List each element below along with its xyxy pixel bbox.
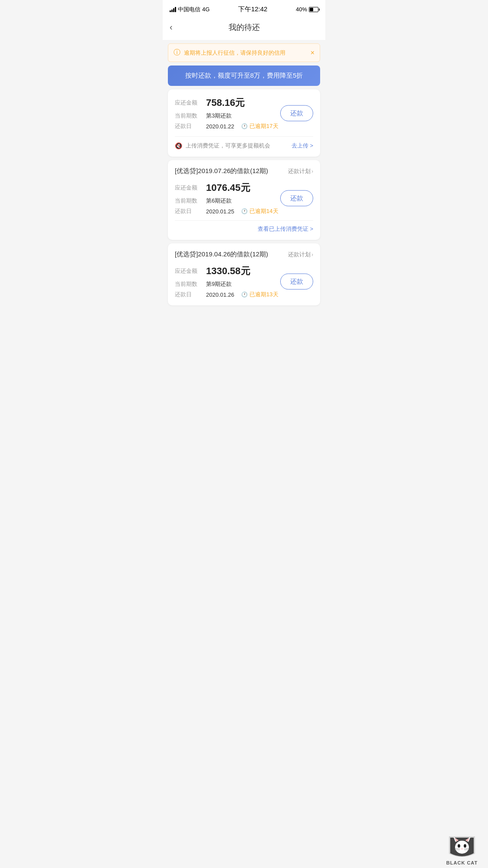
duedate-value-3: 2020.01.26	[206, 292, 234, 298]
period-label-1: 当前期数	[175, 112, 199, 120]
warning-text: 逾期将上报人行征信，请保持良好的信用	[184, 49, 285, 57]
loan-info-2: 应还金额 1076.45元 当前期数 第6期还款 还款 还款日 2020.01.…	[175, 181, 313, 215]
warning-close-button[interactable]: ×	[311, 49, 314, 57]
overdue-badge-2: 🕐 已逾期14天	[241, 207, 278, 215]
promo-text: 按时还款，额度可升至8万，费用降至5折	[185, 72, 303, 79]
overdue-badge-3: 🕐 已逾期13天	[241, 291, 278, 298]
upload-link-1[interactable]: 去上传 >	[291, 142, 313, 150]
amount-value-3: 1330.58元	[206, 265, 250, 278]
loan-card-2: [优选贷]2019.07.26的借款(12期) 还款计划 › 应还金额 1076…	[168, 160, 320, 240]
upload-hint-1: 🔇 上传消费凭证，可享更多提额机会 去上传 >	[175, 136, 313, 150]
clock-icon-1: 🕐	[241, 123, 248, 129]
period-row-1: 当前期数 第3期还款 还款	[175, 112, 313, 120]
page-title: 我的待还	[229, 22, 260, 33]
promo-banner: 按时还款，额度可升至8万，费用降至5折	[168, 66, 320, 86]
back-button[interactable]: ‹	[170, 20, 176, 34]
repay-plan-link-3[interactable]: 还款计划 ›	[288, 251, 313, 259]
amount-value-2: 1076.45元	[206, 181, 250, 194]
carrier-label: 中国电信	[178, 6, 200, 13]
period-value-3: 第9期还款	[206, 280, 232, 288]
amount-label-2: 应还金额	[175, 184, 199, 192]
duedate-label-2: 还款日	[175, 207, 199, 215]
period-label-3: 当前期数	[175, 280, 199, 288]
network-label: 4G	[202, 6, 210, 13]
duedate-label-1: 还款日	[175, 122, 199, 130]
loan-info-3: 应还金额 1330.58元 当前期数 第9期还款 还款 还款日 2020.01.…	[175, 265, 313, 298]
duedate-value-2: 2020.01.25	[206, 208, 234, 215]
duedate-row-3: 还款日 2020.01.26 🕐 已逾期13天	[175, 291, 313, 298]
loan-card-1: 应还金额 758.16元 当前期数 第3期还款 还款 还款日 2020.01.2…	[168, 89, 320, 157]
duedate-row-2: 还款日 2020.01.25 🕐 已逾期14天	[175, 207, 313, 215]
loan-header-2: [优选贷]2019.07.26的借款(12期) 还款计划 ›	[175, 167, 313, 175]
loan-title-3: [优选贷]2019.04.26的借款(12期)	[175, 250, 268, 259]
period-value-1: 第3期还款	[206, 112, 232, 120]
battery-icon	[309, 7, 318, 12]
period-label-2: 当前期数	[175, 197, 199, 205]
upload-hint-text-1: 上传消费凭证，可享更多提额机会	[186, 142, 270, 150]
repay-button-1[interactable]: 还款	[280, 105, 313, 121]
overdue-text-2: 已逾期14天	[249, 207, 278, 215]
upload-hint-left-1: 🔇 上传消费凭证，可享更多提额机会	[175, 142, 270, 150]
amount-label-3: 应还金额	[175, 267, 199, 275]
status-bar: 中国电信 4G 下午12:42 40%	[163, 0, 325, 16]
status-left: 中国电信 4G	[170, 6, 210, 13]
duedate-value-1: 2020.01.22	[206, 123, 234, 130]
duedate-row-1: 还款日 2020.01.22 🕐 已逾期17天	[175, 122, 313, 130]
repay-plan-link-2[interactable]: 还款计划 ›	[288, 167, 313, 175]
speaker-icon: 🔇	[175, 142, 182, 149]
period-row-2: 当前期数 第6期还款 还款	[175, 197, 313, 205]
overdue-badge-1: 🕐 已逾期17天	[241, 122, 278, 130]
clock-icon-3: 🕐	[241, 292, 248, 298]
nav-bar: ‹ 我的待还	[163, 16, 325, 40]
repay-button-2[interactable]: 还款	[280, 190, 313, 206]
overdue-text-3: 已逾期13天	[249, 291, 278, 298]
battery-percent: 40%	[296, 6, 307, 13]
chevron-right-icon-2: ›	[311, 168, 313, 174]
amount-value-1: 758.16元	[206, 96, 245, 109]
warning-content: ⓘ 逾期将上报人行征信，请保持良好的信用	[174, 48, 285, 57]
warning-banner: ⓘ 逾期将上报人行征信，请保持良好的信用 ×	[168, 43, 320, 62]
loan-title-2: [优选贷]2019.07.26的借款(12期)	[175, 167, 268, 175]
duedate-label-3: 还款日	[175, 291, 199, 298]
loan-info-1: 应还金额 758.16元 当前期数 第3期还款 还款 还款日 2020.01.2…	[175, 96, 313, 130]
chevron-right-icon-3: ›	[311, 252, 313, 258]
clock-icon-2: 🕐	[241, 208, 248, 214]
time-label: 下午12:42	[238, 5, 268, 13]
period-row-3: 当前期数 第9期还款 还款	[175, 280, 313, 288]
loan-header-3: [优选贷]2019.04.26的借款(12期) 还款计划 ›	[175, 250, 313, 259]
signal-icon	[170, 7, 176, 12]
view-uploaded-link-2[interactable]: 查看已上传消费凭证 >	[175, 220, 313, 233]
amount-label-1: 应还金额	[175, 99, 199, 107]
status-right: 40%	[296, 6, 318, 13]
period-value-2: 第6期还款	[206, 197, 232, 205]
overdue-text-1: 已逾期17天	[249, 122, 278, 130]
loan-card-3: [优选贷]2019.04.26的借款(12期) 还款计划 › 应还金额 1330…	[168, 243, 320, 305]
repay-button-3[interactable]: 还款	[280, 274, 313, 290]
warning-icon: ⓘ	[174, 48, 180, 57]
